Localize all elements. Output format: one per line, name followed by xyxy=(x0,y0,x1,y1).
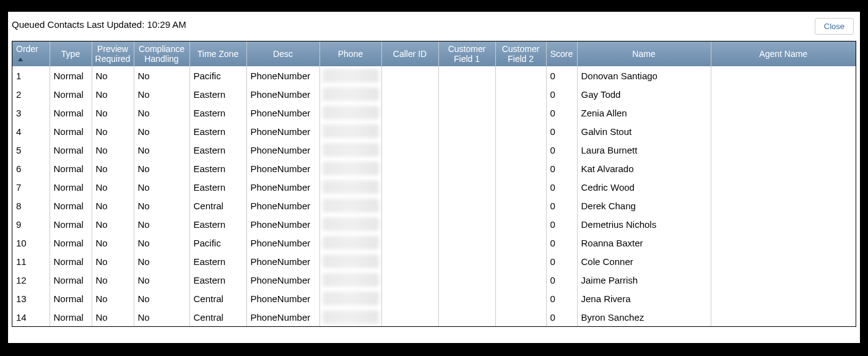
redacted-phone xyxy=(323,87,379,101)
cell-order: 3 xyxy=(12,103,50,122)
cell-caller_id xyxy=(381,233,438,252)
cell-name: Derek Chang xyxy=(577,196,711,215)
col-desc[interactable]: Desc xyxy=(246,41,319,66)
col-order[interactable]: Order xyxy=(12,41,50,66)
cell-agent_name xyxy=(711,85,856,103)
cell-compliance_handling: No xyxy=(134,215,189,233)
cell-caller_id xyxy=(381,289,438,308)
cell-compliance_handling: No xyxy=(134,159,189,178)
col-type[interactable]: Type xyxy=(50,41,92,66)
cell-type: Normal xyxy=(50,252,92,271)
table-row[interactable]: 14NormalNoNoCentralPhoneNumber0Byron San… xyxy=(12,308,856,326)
cell-time_zone: Eastern xyxy=(189,141,246,159)
col-customer-field-1[interactable]: Customer Field 1 xyxy=(438,41,495,66)
cell-compliance_handling: No xyxy=(134,141,189,159)
redacted-phone xyxy=(323,199,379,212)
col-phone[interactable]: Phone xyxy=(319,41,381,66)
col-time-zone[interactable]: Time Zone xyxy=(189,41,246,66)
cell-desc: PhoneNumber xyxy=(246,159,319,178)
col-preview-required[interactable]: Preview Required xyxy=(92,41,134,66)
cell-customer_field_2 xyxy=(495,141,546,159)
table-row[interactable]: 12NormalNoNoEasternPhoneNumber0Jaime Par… xyxy=(12,271,856,289)
cell-order: 11 xyxy=(12,252,50,271)
cell-score: 0 xyxy=(546,271,577,289)
redacted-phone xyxy=(323,310,379,324)
cell-time_zone: Pacific xyxy=(189,233,246,252)
redacted-phone xyxy=(323,292,379,305)
cell-score: 0 xyxy=(546,122,577,141)
contacts-table: Order Type Preview Required Compliance H… xyxy=(12,41,856,326)
cell-type: Normal xyxy=(50,289,92,308)
cell-type: Normal xyxy=(50,141,92,159)
table-row[interactable]: 7NormalNoNoEasternPhoneNumber0Cedric Woo… xyxy=(12,178,856,196)
cell-phone xyxy=(319,122,381,141)
cell-type: Normal xyxy=(50,66,92,85)
cell-customer_field_1 xyxy=(438,122,495,141)
cell-type: Normal xyxy=(50,85,92,103)
col-caller-id[interactable]: Caller ID xyxy=(381,41,438,66)
cell-caller_id xyxy=(381,141,438,159)
contacts-table-wrap: Order Type Preview Required Compliance H… xyxy=(12,41,856,327)
cell-compliance_handling: No xyxy=(134,308,189,326)
redacted-phone xyxy=(323,254,379,268)
cell-caller_id xyxy=(381,215,438,233)
cell-agent_name xyxy=(711,103,856,122)
cell-agent_name xyxy=(711,66,856,85)
cell-order: 7 xyxy=(12,178,50,196)
table-row[interactable]: 1NormalNoNoPacificPhoneNumber0Donovan Sa… xyxy=(12,66,856,85)
table-row[interactable]: 4NormalNoNoEasternPhoneNumber0Galvin Sto… xyxy=(12,122,856,141)
col-score[interactable]: Score xyxy=(546,41,577,66)
cell-desc: PhoneNumber xyxy=(246,122,319,141)
cell-caller_id xyxy=(381,159,438,178)
cell-order: 13 xyxy=(12,289,50,308)
cell-customer_field_2 xyxy=(495,85,546,103)
col-agent-name[interactable]: Agent Name xyxy=(711,41,856,66)
cell-phone xyxy=(319,178,381,196)
close-button[interactable]: Close xyxy=(815,18,854,35)
cell-caller_id xyxy=(381,85,438,103)
cell-name: Jena Rivera xyxy=(577,289,711,308)
cell-phone xyxy=(319,215,381,233)
table-row[interactable]: 11NormalNoNoEasternPhoneNumber0Cole Conn… xyxy=(12,252,856,271)
table-row[interactable]: 13NormalNoNoCentralPhoneNumber0Jena Rive… xyxy=(12,289,856,308)
table-row[interactable]: 3NormalNoNoEasternPhoneNumber0Zenia Alle… xyxy=(12,103,856,122)
table-header-row: Order Type Preview Required Compliance H… xyxy=(12,41,856,66)
cell-name: Kat Alvarado xyxy=(577,159,711,178)
cell-phone xyxy=(319,85,381,103)
cell-score: 0 xyxy=(546,308,577,326)
cell-preview_required: No xyxy=(92,66,134,85)
table-row[interactable]: 2NormalNoNoEasternPhoneNumber0Gay Todd xyxy=(12,85,856,103)
cell-customer_field_1 xyxy=(438,289,495,308)
table-row[interactable]: 10NormalNoNoPacificPhoneNumber0Roanna Ba… xyxy=(12,233,856,252)
cell-customer_field_1 xyxy=(438,233,495,252)
cell-phone xyxy=(319,66,381,85)
redacted-phone xyxy=(323,69,379,82)
cell-phone xyxy=(319,141,381,159)
cell-desc: PhoneNumber xyxy=(246,66,319,85)
cell-phone xyxy=(319,308,381,326)
cell-customer_field_1 xyxy=(438,178,495,196)
cell-caller_id xyxy=(381,178,438,196)
cell-caller_id xyxy=(381,66,438,85)
cell-preview_required: No xyxy=(92,308,134,326)
cell-customer_field_1 xyxy=(438,308,495,326)
cell-preview_required: No xyxy=(92,141,134,159)
cell-type: Normal xyxy=(50,122,92,141)
table-row[interactable]: 9NormalNoNoEasternPhoneNumber0Demetrius … xyxy=(12,215,856,233)
cell-desc: PhoneNumber xyxy=(246,215,319,233)
table-row[interactable]: 6NormalNoNoEasternPhoneNumber0Kat Alvara… xyxy=(12,159,856,178)
cell-customer_field_2 xyxy=(495,178,546,196)
redacted-phone xyxy=(323,162,379,175)
col-order-label: Order xyxy=(16,44,38,54)
cell-score: 0 xyxy=(546,66,577,85)
cell-customer_field_2 xyxy=(495,196,546,215)
table-row[interactable]: 5NormalNoNoEasternPhoneNumber0Laura Burn… xyxy=(12,141,856,159)
col-customer-field-2[interactable]: Customer Field 2 xyxy=(495,41,546,66)
table-row[interactable]: 8NormalNoNoCentralPhoneNumber0Derek Chan… xyxy=(12,196,856,215)
cell-time_zone: Eastern xyxy=(189,178,246,196)
cell-time_zone: Eastern xyxy=(189,159,246,178)
cell-name: Jaime Parrish xyxy=(577,271,711,289)
col-compliance-handling[interactable]: Compliance Handling xyxy=(134,41,189,66)
col-name[interactable]: Name xyxy=(577,41,711,66)
cell-time_zone: Eastern xyxy=(189,271,246,289)
